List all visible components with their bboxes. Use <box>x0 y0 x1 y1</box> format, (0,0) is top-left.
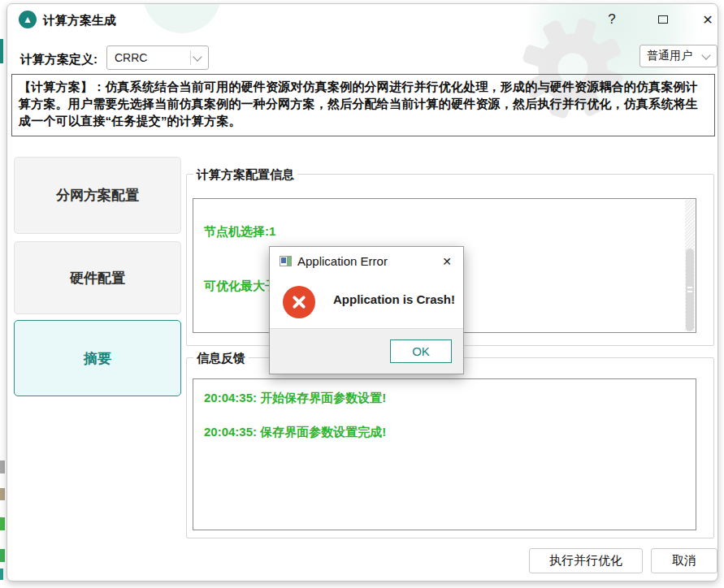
feedback-line: 20:04:35: 保存界面参数设置完成! <box>204 425 386 440</box>
error-dialog-close-button[interactable]: ✕ <box>439 253 455 270</box>
maximize-icon <box>658 15 668 24</box>
user-role-select[interactable]: 普通用户 <box>639 45 717 67</box>
feedback-group-title: 信息反馈 <box>193 351 249 366</box>
config-info-group-title: 计算方案配置信息 <box>193 167 297 183</box>
feedback-textarea[interactable]: 20:04:35: 开始保存界面参数设置! 20:04:35: 保存界面参数设置… <box>193 378 696 530</box>
cancel-button[interactable]: 取消 <box>651 548 717 573</box>
scrollbar-thumb[interactable] <box>686 249 694 331</box>
chevron-down-icon <box>701 50 710 59</box>
user-role-value: 普通用户 <box>640 49 700 63</box>
window-title: 计算方案生成 <box>43 13 116 28</box>
error-dialog-titlebar: Application Error <box>270 247 463 275</box>
plan-description-text: 【计算方案】：仿真系统结合当前可用的硬件资源对仿真案例的分网进行并行优化处理，形… <box>11 74 715 136</box>
sidebar-item-summary[interactable]: 摘要 <box>14 320 181 396</box>
desktop-icon-fragment <box>0 460 5 473</box>
error-dialog-title: Application Error <box>297 254 388 268</box>
desktop-icon-fragment <box>0 488 5 500</box>
help-button[interactable]: ? <box>601 9 622 30</box>
background-window-fragment <box>0 39 3 63</box>
desktop-icon-fragment <box>0 517 5 530</box>
config-info-line: 可优化最大子 <box>204 279 277 294</box>
run-parallel-optimization-button[interactable]: 执行并行优化 <box>529 548 643 573</box>
plan-select[interactable]: CRRC <box>106 45 209 70</box>
error-message: Application is Crash! <box>333 292 455 306</box>
error-dialog: Application Error ✕ Application is Crash… <box>269 246 464 374</box>
maximize-button[interactable] <box>652 9 674 30</box>
feedback-line: 20:04:35: 开始保存界面参数设置! <box>204 391 386 406</box>
feedback-group: 信息反馈 20:04:35: 开始保存界面参数设置! 20:04:35: 保存界… <box>186 357 714 538</box>
sidebar-item-hardware-config[interactable]: 硬件配置 <box>14 241 181 314</box>
config-info-line: 节点机选择:1 <box>204 224 275 240</box>
chevron-down-icon <box>193 52 202 61</box>
decor-circle <box>143 3 221 33</box>
divider <box>190 50 191 65</box>
sidebar-item-network-plan-config[interactable]: 分网方案配置 <box>14 157 181 234</box>
desktop-icon-fragment <box>0 549 5 562</box>
background-window-fragment <box>0 569 3 580</box>
application-window-icon <box>280 256 292 266</box>
plan-definition-label: 计算方案定义: <box>20 52 98 67</box>
close-button[interactable]: ✕ <box>697 9 718 30</box>
error-dialog-footer: OK <box>270 328 463 374</box>
error-x-icon <box>283 286 315 318</box>
vertical-scrollbar[interactable] <box>685 200 695 331</box>
ok-button[interactable]: OK <box>390 339 452 363</box>
app-icon: ▲ <box>19 11 37 28</box>
plan-select-value: CRRC <box>107 51 190 64</box>
